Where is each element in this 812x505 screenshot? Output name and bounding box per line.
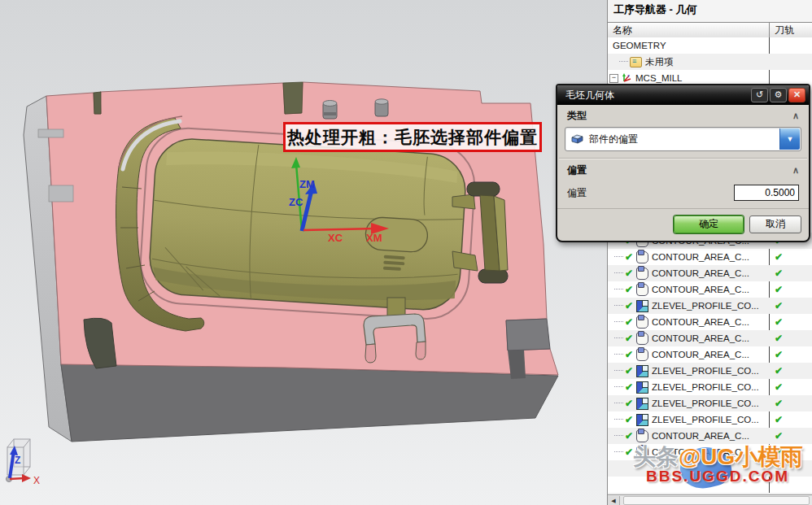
toolpath-check-icon: ✔ [775, 284, 783, 295]
table-row[interactable]: ✔ CONTOUR_AREA_C... ✔ [608, 249, 812, 265]
tree-connector [614, 354, 623, 355]
gear-icon[interactable]: ⚙ [770, 88, 787, 102]
table-row[interactable]: ✔ ZLEVEL_PROFILE_CO... ✔ [608, 379, 812, 395]
chevron-up-icon[interactable]: ∧ [789, 111, 802, 121]
tree-connector [614, 272, 623, 274]
chevron-up-icon[interactable]: ∧ [789, 165, 802, 176]
table-row[interactable]: ✔ ZLEVEL_PROFILE_CO... ✔ [608, 298, 812, 314]
table-row[interactable]: ✔ CONTOUR_AREA_C... ✔ [608, 281, 812, 298]
operation-icon [636, 300, 648, 312]
empty-row [608, 460, 812, 477]
tree-connector [619, 61, 628, 63]
column-header-name[interactable]: 名称 [608, 23, 770, 37]
check-icon: ✔ [625, 446, 633, 458]
operation-name: CONTOUR_AREA_C... [652, 317, 749, 327]
operation-name: CONTOUR_AREA_C... [652, 285, 749, 294]
operation-name: CONTOUR_AREA_C... [652, 431, 749, 441]
operation-icon [636, 316, 648, 329]
toolpath-check-icon: ✔ [775, 446, 783, 458]
table-row[interactable]: ✔ CONTOUR_AREA_C... ✔ [608, 428, 812, 444]
type-section-label: 类型 [567, 109, 587, 123]
column-header-toolpath[interactable]: 刀轨 [770, 23, 812, 37]
part-offset-icon [570, 133, 584, 145]
operation-icon [636, 446, 648, 459]
type-dropdown[interactable]: 部件的偏置 ▼ [565, 127, 801, 151]
table-row[interactable]: ✔ CONTOUR_AREA_C... ✔ [608, 314, 812, 330]
axis-label-z: Z [15, 455, 20, 466]
dialog-titlebar[interactable]: 毛坯几何体 ↺ ⚙ ✕ [557, 85, 809, 105]
operation-icon [636, 333, 648, 345]
operation-icon [636, 381, 648, 394]
check-icon: ✔ [625, 381, 633, 393]
annotation-callout: 热处理开粗：毛胚选择部件偏置 [283, 122, 542, 152]
operation-icon [636, 251, 648, 263]
tree-connector [614, 419, 623, 420]
table-row[interactable]: ✔ ZLEVEL_PROFILE_CO... ✔ [608, 411, 812, 428]
reset-icon[interactable]: ↺ [751, 88, 768, 102]
axis-label-zm: ZM [299, 178, 315, 190]
type-section-header[interactable]: 类型 ∧ [557, 105, 809, 124]
toolpath-check-icon: ✔ [775, 316, 783, 328]
offset-row: 偏置 [557, 179, 809, 208]
collapse-expander-icon[interactable]: − [609, 74, 618, 83]
operation-navigator-panel: 工序导航器 - 几何 名称 刀轨 GEOMETRY 未用项 − z [607, 0, 812, 505]
offset-section-header[interactable]: 偏置 ∧ [557, 159, 809, 179]
app-window: ZM ZC XC XM Z X 热处理开粗：毛胚 [0, 0, 812, 505]
operation-icon [636, 398, 648, 410]
table-row[interactable]: ✔ ZLEVEL_PROFILE_CO... ✔ [608, 363, 812, 379]
toolpath-check-icon: ✔ [775, 300, 783, 311]
viewport-scene[interactable]: ZM ZC XC XM Z X [0, 0, 609, 505]
toolpath-check-icon: ✔ [775, 381, 783, 393]
tree-row-geometry[interactable]: GEOMETRY [608, 37, 812, 54]
close-icon[interactable]: ✕ [788, 88, 805, 102]
toolpath-check-icon: ✔ [775, 333, 783, 344]
table-header: 名称 刀轨 [608, 22, 812, 38]
check-icon: ✔ [625, 349, 633, 360]
horizontal-scrollbar[interactable]: ◀ [608, 494, 812, 505]
operation-name: ZLEVEL_PROFILE_CO... [652, 301, 759, 311]
axis-label-xc: XC [328, 232, 343, 244]
operation-name: CONTOUR_AREA_C... [652, 447, 749, 457]
check-icon: ✔ [625, 284, 633, 295]
operation-icon [636, 349, 648, 361]
type-value: 部件的偏置 [589, 133, 638, 146]
tree-connector [614, 321, 623, 323]
check-icon: ✔ [625, 268, 633, 279]
check-icon: ✔ [625, 333, 633, 344]
operation-name: ZLEVEL_PROFILE_CO... [652, 382, 759, 392]
axis-label-zc: ZC [289, 196, 303, 208]
operation-name: CONTOUR_AREA_C... [652, 333, 749, 343]
tree-connector [614, 451, 623, 453]
table-row[interactable]: ✔ CONTOUR_AREA_C... ✔ [608, 265, 812, 281]
tree-connector [614, 256, 623, 258]
table-row[interactable]: ✔ CONTOUR_AREA_C... ✔ [608, 346, 812, 363]
dialog-title: 毛坯几何体 [565, 89, 749, 102]
viewport-3d[interactable]: ZM ZC XC XM Z X 热处理开粗：毛胚 [0, 0, 609, 505]
operation-name: ZLEVEL_PROFILE_CO... [652, 398, 759, 408]
check-icon: ✔ [625, 365, 633, 377]
toolpath-check-icon: ✔ [775, 251, 783, 263]
toolpath-check-icon: ✔ [775, 365, 783, 377]
tree-row-unused[interactable]: 未用项 [608, 54, 812, 70]
scroll-left-button[interactable]: ◀ [608, 496, 620, 505]
part-body[interactable] [147, 137, 467, 311]
scrollbar-thumb[interactable] [623, 496, 810, 505]
table-row[interactable]: ✔ CONTOUR_AREA_C... ✔ [608, 444, 812, 460]
blank-geometry-dialog: 毛坯几何体 ↺ ⚙ ✕ 类型 ∧ 部件的偏置 ▼ 偏置 ∧ 偏置 [556, 84, 810, 242]
operation-name: CONTOUR_AREA_C... [652, 252, 749, 262]
check-icon: ✔ [625, 430, 633, 442]
table-row[interactable]: ✔ CONTOUR_AREA_C... ✔ [608, 330, 812, 346]
tree-connector [614, 386, 623, 388]
cancel-button[interactable]: 取消 [749, 215, 801, 233]
dropdown-arrow-icon[interactable]: ▼ [779, 128, 800, 150]
operation-icon [636, 365, 648, 377]
tree-connector [614, 289, 623, 290]
offset-input[interactable] [734, 185, 799, 201]
tree-row-label: MCS_MILL [635, 73, 683, 83]
tree-connector [614, 370, 623, 372]
table-row[interactable]: ✔ ZLEVEL_PROFILE_CO... ✔ [608, 395, 812, 411]
offset-section-label: 偏置 [567, 163, 587, 177]
ok-button[interactable]: 确定 [674, 215, 744, 233]
tree-connector [614, 337, 623, 339]
check-icon: ✔ [625, 398, 633, 409]
